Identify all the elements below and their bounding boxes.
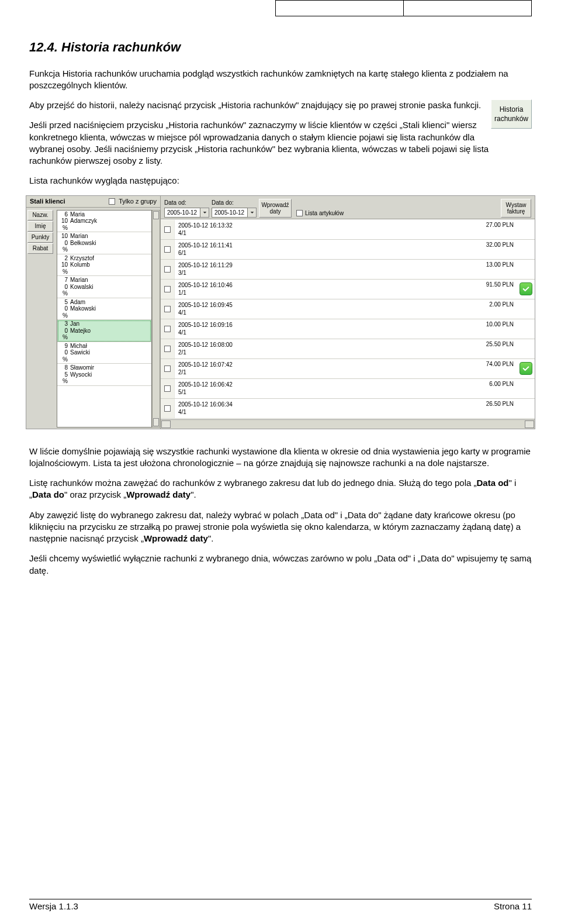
- client-row[interactable]: 7Marian0 %Kowalski: [57, 276, 151, 298]
- client-row[interactable]: 6Maria10 %Adamczyk: [57, 211, 151, 233]
- receipt-row[interactable]: 2005-10-12 16:10:461/191.50 PLN: [161, 280, 535, 299]
- receipts-panel: Data od: 2005-10-12 Data do: 2005-10-12 …: [161, 196, 535, 429]
- receipt-row[interactable]: 2005-10-12 16:07:422/174.00 PLN: [161, 359, 535, 379]
- client-row[interactable]: 10Marian0 %Bełkowski: [57, 232, 151, 254]
- list-articles-label: Lista artykułów: [305, 209, 344, 218]
- clients-panel-title: Stali klienci: [30, 197, 65, 206]
- footer-version: Wersja 1.1.3: [29, 901, 78, 912]
- sort-tab[interactable]: Punkty: [27, 232, 53, 243]
- receipt-row[interactable]: 2005-10-12 16:06:425/16.00 PLN: [161, 379, 535, 399]
- receipt-row[interactable]: 2005-10-12 16:08:002/125.50 PLN: [161, 339, 535, 359]
- row-checkbox[interactable]: [164, 286, 171, 292]
- paragraph: Aby przejść do historii, należy nacisnąć…: [29, 99, 532, 111]
- only-group-label: Tylko z grupy: [119, 197, 157, 206]
- client-row[interactable]: 3Jan0 %Matejko: [57, 320, 151, 342]
- paragraph: Lista rachunków wygląda następująco:: [29, 175, 532, 187]
- paragraph: Jeśli chcemy wyświetlić wyłącznie rachun…: [29, 553, 532, 577]
- clients-panel: Stali klienci Tylko z grupy Nazw.ImięPun…: [26, 196, 161, 429]
- sort-tab[interactable]: Imię: [27, 221, 53, 232]
- list-articles-checkbox[interactable]: [296, 210, 303, 216]
- paragraph: Listę rachunków można zawężać do rachunk…: [29, 477, 532, 501]
- paragraph: Jeśli przed naciśnięciem przycisku „Hist…: [29, 119, 532, 167]
- page-footer: Wersja 1.1.3 Strona 11: [29, 899, 532, 912]
- receipts-hscrollbar[interactable]: [161, 419, 535, 429]
- row-checkbox[interactable]: [164, 266, 171, 273]
- receipt-row[interactable]: 2005-10-12 16:09:454/12.00 PLN: [161, 299, 535, 319]
- paragraph: Aby zawęzić listę do wybranego zakresu d…: [29, 509, 532, 545]
- client-row[interactable]: 5Adam0 %Makowski: [57, 298, 151, 320]
- row-checkbox[interactable]: [164, 306, 171, 312]
- sort-tab[interactable]: Nazw.: [27, 210, 53, 220]
- receipt-row[interactable]: 2005-10-12 16:11:416/132.00 PLN: [161, 240, 535, 260]
- client-row[interactable]: 9Michał0 %Sawicki: [57, 342, 151, 364]
- row-checkbox[interactable]: [164, 405, 171, 412]
- date-from-label: Data od:: [164, 199, 209, 207]
- receipt-row[interactable]: 2005-10-12 16:06:344/126.50 PLN: [161, 399, 535, 419]
- ok-icon: [520, 362, 532, 375]
- receipt-row[interactable]: 2005-10-12 16:13:324/127.00 PLN: [161, 220, 535, 240]
- row-checkbox[interactable]: [164, 326, 171, 332]
- sort-tab[interactable]: Rabat: [27, 243, 53, 254]
- date-from-dropdown-icon[interactable]: [200, 208, 209, 218]
- client-row[interactable]: 8Sławomir5 %Wysocki: [57, 364, 151, 386]
- receipt-row[interactable]: 2005-10-12 16:09:164/110.00 PLN: [161, 319, 535, 339]
- top-empty-boxes: [29, 0, 532, 21]
- issue-invoice-button[interactable]: Wystaw fakturę: [501, 199, 531, 218]
- apply-dates-button[interactable]: Wprowadź daty: [259, 199, 292, 218]
- clients-scrollbar[interactable]: [152, 210, 160, 427]
- section-heading: 12.4. Historia rachunków: [29, 39, 532, 56]
- paragraph: Funkcja Historia rachunków uruchamia pod…: [29, 68, 532, 92]
- row-checkbox[interactable]: [164, 385, 171, 392]
- date-to-dropdown-icon[interactable]: [248, 208, 257, 218]
- date-from-input[interactable]: 2005-10-12: [164, 208, 200, 218]
- receipt-row[interactable]: 2005-10-12 16:11:293/113.00 PLN: [161, 260, 535, 280]
- paragraph: W liście domyślnie pojawiają się wszystk…: [29, 446, 532, 470]
- history-button-illustration: Historia rachunków: [491, 99, 532, 129]
- footer-page: Strona 11: [494, 901, 532, 912]
- row-checkbox[interactable]: [164, 246, 171, 253]
- row-checkbox[interactable]: [164, 346, 171, 352]
- row-checkbox[interactable]: [164, 226, 171, 233]
- filter-bar: Data od: 2005-10-12 Data do: 2005-10-12 …: [161, 196, 535, 219]
- app-screenshot: Stali klienci Tylko z grupy Nazw.ImięPun…: [26, 195, 535, 429]
- date-to-label: Data do:: [212, 199, 257, 207]
- clients-list[interactable]: 6Maria10 %Adamczyk10Marian0 %Bełkowski2K…: [57, 210, 152, 427]
- date-to-input[interactable]: 2005-10-12: [212, 208, 248, 218]
- receipts-list[interactable]: 2005-10-12 16:13:324/127.00 PLN2005-10-1…: [161, 219, 535, 419]
- only-group-checkbox[interactable]: [109, 198, 115, 205]
- row-checkbox[interactable]: [164, 366, 171, 372]
- client-row[interactable]: 2Krzysztof10 %Kolumb: [57, 254, 151, 277]
- ok-icon: [520, 282, 532, 295]
